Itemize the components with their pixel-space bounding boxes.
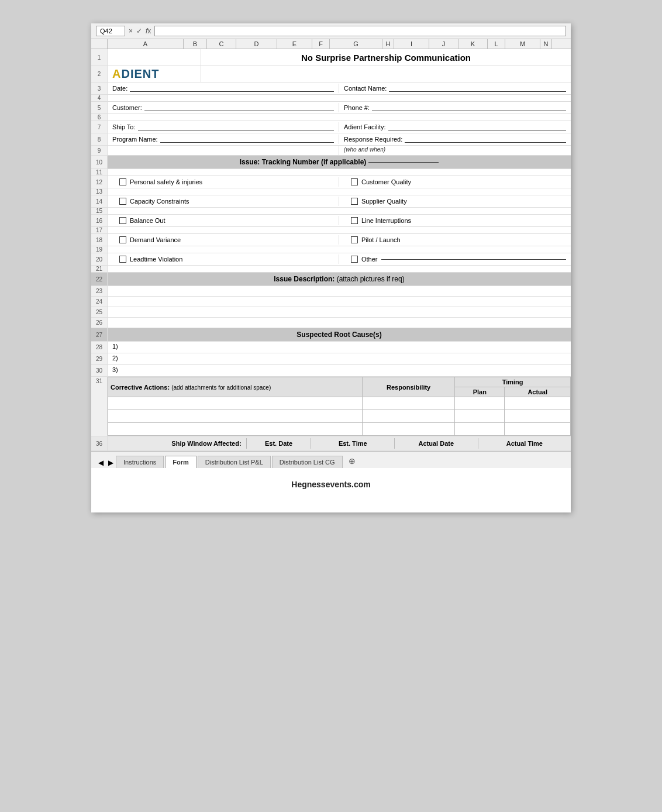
row-3: 3 Date: Contact Name:: [91, 82, 571, 95]
ca-plan-2[interactable]: [455, 410, 505, 423]
ca-timing-header: Timing: [455, 377, 571, 387]
tab-instructions[interactable]: Instructions: [116, 456, 164, 468]
checkbox-personal-safety[interactable]: [119, 178, 126, 185]
ca-resp-2[interactable]: [363, 410, 455, 423]
ca-actual-3[interactable]: [505, 423, 571, 436]
rownum-20: 20: [91, 253, 108, 265]
row-29: 29 2): [91, 353, 571, 365]
ca-row-2[interactable]: [108, 410, 571, 423]
ca-plan-1[interactable]: [455, 397, 505, 410]
rownum-8: 8: [91, 133, 108, 145]
col-f: F: [312, 39, 330, 49]
response-field[interactable]: [405, 136, 566, 143]
tab-dist-cg[interactable]: Distribution List CG: [272, 456, 343, 468]
label-personal-safety: Personal safety & injuries: [130, 178, 202, 185]
ca-action-1[interactable]: [108, 397, 363, 410]
rownum-3: 3: [91, 82, 108, 94]
row-num-header: [91, 39, 108, 49]
contact-label: Contact Name:: [344, 85, 387, 92]
customer-field[interactable]: [144, 104, 334, 111]
phone-label: Phone #:: [344, 104, 370, 111]
label-other: Other: [361, 256, 378, 263]
checkbox-leadtime[interactable]: [119, 256, 126, 263]
ship-to-field[interactable]: [138, 123, 334, 130]
icon-fx: fx: [146, 27, 151, 35]
rownum-12: 12: [91, 176, 108, 188]
tab-form[interactable]: Form: [165, 456, 196, 468]
facility-field[interactable]: [388, 123, 566, 130]
cell-reference[interactable]: [96, 26, 125, 36]
tab-dist-pl[interactable]: Distribution List P&L: [198, 456, 271, 468]
row-9: 9 (who and when): [91, 146, 571, 156]
ca-resp-1[interactable]: [363, 397, 455, 410]
label-demand-variance: Demand Variance: [130, 236, 181, 243]
root-cause-1-row[interactable]: 1): [108, 342, 571, 351]
rownum-16: 16: [91, 215, 108, 226]
phone-field[interactable]: [372, 104, 566, 111]
col-m: M: [505, 39, 540, 49]
row-10: 10 Issue: Tracking Number (if applicable…: [91, 156, 571, 169]
rownum-5: 5: [91, 102, 108, 113]
root-cause-3-label: 3): [112, 366, 118, 373]
program-field[interactable]: [160, 136, 334, 143]
excel-window: × ✓ fx A B C D E F G H I J K L M N 1: [91, 23, 571, 512]
col-l: L: [488, 39, 505, 49]
icon-confirm[interactable]: ✓: [136, 27, 142, 35]
rownum-23: 23: [91, 286, 108, 296]
row-17: 17: [91, 227, 571, 234]
issue-tracking-label: Issue: Tracking Number (if applicable): [240, 158, 367, 166]
row-24: 24: [91, 297, 571, 307]
checkbox-pilot-launch[interactable]: [351, 236, 358, 243]
checkbox-supplier-quality[interactable]: [351, 198, 358, 205]
root-cause-3-row[interactable]: 3): [108, 365, 571, 374]
row-26: 26: [91, 318, 571, 328]
rownum-14: 14: [91, 195, 108, 207]
checkbox-line-interruptions[interactable]: [351, 217, 358, 224]
label-customer-quality: Customer Quality: [361, 178, 411, 185]
checkbox-other[interactable]: [351, 256, 358, 263]
root-cause-1-label: 1): [112, 343, 118, 350]
col-a: A: [108, 39, 184, 49]
rownum-9: 9: [91, 146, 108, 155]
ca-actual-1[interactable]: [505, 397, 571, 410]
logo-text: ADIENT: [112, 67, 159, 81]
add-sheet-button[interactable]: ⊕: [344, 454, 360, 468]
rownum-15: 15: [91, 208, 108, 214]
nav-prev[interactable]: ◀: [96, 459, 106, 467]
row-11: 11: [91, 169, 571, 176]
checkbox-customer-quality[interactable]: [351, 178, 358, 185]
ca-actual-2[interactable]: [505, 410, 571, 423]
rownum-7: 7: [91, 121, 108, 133]
contact-field[interactable]: [389, 85, 566, 92]
rownum-31: 31: [91, 377, 108, 436]
ca-actual-header: Actual: [505, 387, 571, 397]
ca-resp-3[interactable]: [363, 423, 455, 436]
row-20: 20 Leadtime Violation Other: [91, 253, 571, 266]
ca-row-3[interactable]: [108, 423, 571, 436]
date-field[interactable]: [130, 85, 334, 92]
est-date-label: Est. Date: [247, 438, 312, 449]
icon-cancel[interactable]: ×: [129, 27, 133, 35]
tabs-bar: ◀ ▶ Instructions Form Distribution List …: [91, 451, 571, 468]
nav-next[interactable]: ▶: [106, 459, 116, 467]
checkbox-balance-out[interactable]: [119, 217, 126, 224]
row-30: 30 3): [91, 365, 571, 377]
ca-action-3[interactable]: [108, 423, 363, 436]
label-line-interruptions: Line Interruptions: [361, 217, 411, 224]
checkbox-demand-variance[interactable]: [119, 236, 126, 243]
other-line[interactable]: [381, 259, 566, 260]
ca-row-1[interactable]: [108, 397, 571, 410]
checkbox-capacity[interactable]: [119, 198, 126, 205]
ca-plan-3[interactable]: [455, 423, 505, 436]
ship-to-label: Ship To:: [112, 123, 136, 130]
formula-input[interactable]: [154, 26, 566, 36]
rownum-28: 28: [91, 342, 108, 353]
col-b: B: [184, 39, 207, 49]
row-5: 5 Customer: Phone #:: [91, 102, 571, 114]
row-19: 19: [91, 246, 571, 253]
root-cause-2-row[interactable]: 2): [108, 353, 571, 363]
ship-window-label: Ship Window Affected:: [108, 438, 247, 449]
label-capacity: Capacity Constraints: [130, 198, 189, 205]
ca-action-2[interactable]: [108, 410, 363, 423]
tracking-number-line[interactable]: [368, 162, 439, 163]
